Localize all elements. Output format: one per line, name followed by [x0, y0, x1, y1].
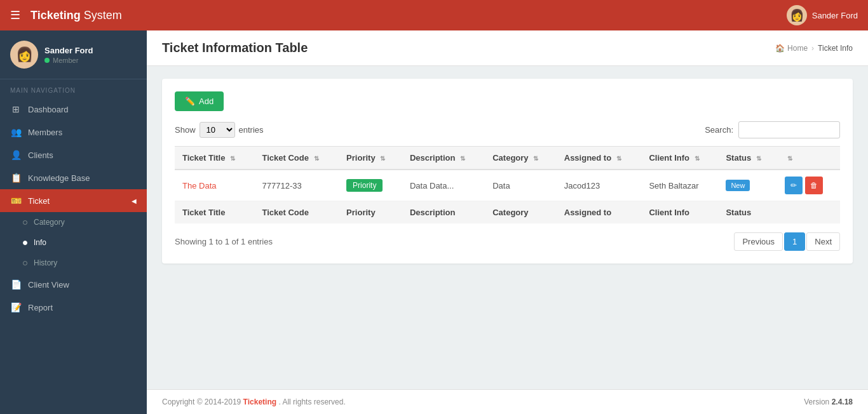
col-status: Status ⇅	[718, 147, 777, 170]
breadcrumb-home-label: Home	[787, 44, 808, 53]
brand-light: System	[84, 9, 122, 22]
sort-icon: ⇅	[380, 155, 385, 162]
sidebar-item-label: Clients	[28, 150, 53, 160]
search-input[interactable]	[738, 121, 840, 138]
sidebar-profile: 👩 Sander Ford Member	[0, 30, 147, 79]
chevron-left-icon: ◀	[132, 197, 137, 204]
sort-icon: ⇅	[314, 155, 319, 162]
sidebar-item-report[interactable]: 📝 Report	[0, 296, 147, 319]
footer-ticket-code: Ticket Code	[255, 201, 339, 224]
footer-actions	[777, 201, 840, 224]
breadcrumb-home[interactable]: 🏠 Home	[775, 44, 808, 53]
sidebar-item-members[interactable]: 👥 Members	[0, 121, 147, 144]
show-label: Show	[175, 125, 196, 135]
col-category: Category ⇅	[485, 147, 557, 170]
sidebar-item-clients[interactable]: 👤 Clients	[0, 144, 147, 166]
sidebar-item-client-view[interactable]: 📄 Client View	[0, 273, 147, 296]
clients-icon: 👤	[10, 150, 22, 160]
sidebar-subitem-label: Info	[34, 238, 46, 247]
footer-version-number: 2.4.18	[832, 397, 853, 406]
report-icon: 📝	[10, 302, 22, 312]
topnav-avatar: 👩	[787, 5, 807, 25]
add-button[interactable]: ✏️ Add	[175, 91, 224, 111]
table-controls: Show 10 25 50 100 entries Search:	[175, 121, 840, 138]
sidebar-item-dashboard[interactable]: ⊞ Dashboard	[0, 98, 147, 121]
footer-rights: . All rights reserved.	[278, 397, 345, 406]
footer-copyright-text: Copyright © 2014-2019	[162, 397, 243, 406]
col-actions: ⇅	[777, 147, 840, 170]
cell-ticket-title: The Data	[175, 170, 255, 201]
top-navigation: ☰ Ticketing System 👩 Sander Ford	[0, 0, 868, 30]
table-footer: Showing 1 to 1 of 1 entries Previous 1 N…	[175, 232, 840, 251]
home-icon: 🏠	[775, 44, 785, 53]
ticket-title-link[interactable]: The Data	[182, 181, 216, 190]
col-client-info: Client Info ⇅	[641, 147, 718, 170]
footer-description: Description	[402, 201, 485, 224]
col-assigned-to: Assigned to ⇅	[557, 147, 642, 170]
table-header-row: Ticket Title ⇅ Ticket Code ⇅ Priority ⇅ …	[175, 147, 840, 170]
page-1-button[interactable]: 1	[784, 232, 805, 251]
action-buttons: ✏ 🗑	[785, 177, 832, 194]
sidebar-item-label: Members	[28, 128, 62, 137]
table-footer-row: Ticket Title Ticket Code Priority Descri…	[175, 201, 840, 224]
sidebar-subitem-info[interactable]: Info	[0, 232, 147, 253]
sidebar-item-ticket[interactable]: 🎫 Ticket ◀	[0, 189, 147, 212]
breadcrumb: 🏠 Home › Ticket Info	[775, 44, 853, 53]
add-button-label: Add	[199, 97, 214, 106]
search-box: Search:	[705, 121, 840, 138]
entries-label: entries	[239, 125, 264, 135]
footer-ticket-title: Ticket Title	[175, 201, 255, 224]
breadcrumb-current: Ticket Info	[818, 44, 853, 53]
col-priority: Priority ⇅	[339, 147, 402, 170]
cell-assigned-to: Jacod123	[557, 170, 642, 201]
col-description: Description ⇅	[402, 147, 485, 170]
sidebar-profile-name: Sander Ford	[44, 46, 93, 55]
footer-priority: Priority	[339, 201, 402, 224]
cell-ticket-code: 777712-33	[255, 170, 339, 201]
sub-dot-icon	[23, 220, 27, 225]
footer-version-label: Version	[804, 397, 829, 406]
footer-copyright: Copyright © 2014-2019 Ticketing . All ri…	[162, 397, 346, 406]
sidebar: 👩 Sander Ford Member MAIN NAVIGATION ⊞ D…	[0, 30, 147, 414]
sidebar-subitem-label: History	[34, 258, 57, 267]
sort-icon: ⇅	[230, 155, 235, 162]
sort-icon: ⇅	[787, 155, 792, 162]
col-ticket-title: Ticket Title ⇅	[175, 147, 255, 170]
sidebar-item-label: Dashboard	[28, 105, 69, 114]
footer-brand: Ticketing	[243, 397, 276, 406]
dashboard-icon: ⊞	[10, 104, 22, 114]
footer-status: Status	[718, 201, 777, 224]
hamburger-menu[interactable]: ☰	[10, 8, 20, 22]
priority-badge: Priority	[346, 179, 383, 192]
cell-description: Data Data...	[402, 170, 485, 201]
sidebar-subitem-category[interactable]: Category	[0, 212, 147, 232]
topnav-username: Sander Ford	[812, 11, 858, 20]
sidebar-subitem-label: Category	[34, 218, 65, 227]
previous-button[interactable]: Previous	[734, 232, 783, 251]
sidebar-subitem-history[interactable]: History	[0, 253, 147, 273]
topnav-user[interactable]: 👩 Sander Ford	[787, 5, 858, 25]
search-label: Search:	[705, 125, 733, 135]
sidebar-item-knowledge-base[interactable]: 📋 Knowledge Base	[0, 166, 147, 189]
sidebar-profile-role: Member	[44, 57, 93, 64]
delete-button[interactable]: 🗑	[805, 177, 823, 194]
entries-select[interactable]: 10 25 50 100	[200, 122, 235, 138]
status-badge: New	[726, 180, 750, 191]
content-body: ✏️ Add Show 10 25 50 100 entries	[147, 66, 868, 389]
content-header: Ticket Information Table 🏠 Home › Ticket…	[147, 30, 868, 66]
sub-dot-filled-icon	[23, 241, 27, 245]
cell-priority: Priority	[339, 170, 402, 201]
edit-button[interactable]: ✏	[785, 177, 803, 194]
sidebar-item-label: Report	[28, 303, 53, 312]
sub-dot-icon	[23, 261, 27, 265]
footer-category: Category	[485, 201, 557, 224]
brand-bold: Ticketing	[31, 9, 81, 22]
sidebar-item-label: Ticket	[28, 196, 50, 206]
client-view-icon: 📄	[10, 279, 22, 290]
sidebar-section-label: MAIN NAVIGATION	[0, 79, 147, 98]
col-ticket-code: Ticket Code ⇅	[255, 147, 339, 170]
next-button[interactable]: Next	[806, 232, 840, 251]
breadcrumb-separator: ›	[811, 44, 814, 53]
pagination: Previous 1 Next	[734, 232, 840, 251]
sort-icon: ⇅	[533, 155, 538, 162]
